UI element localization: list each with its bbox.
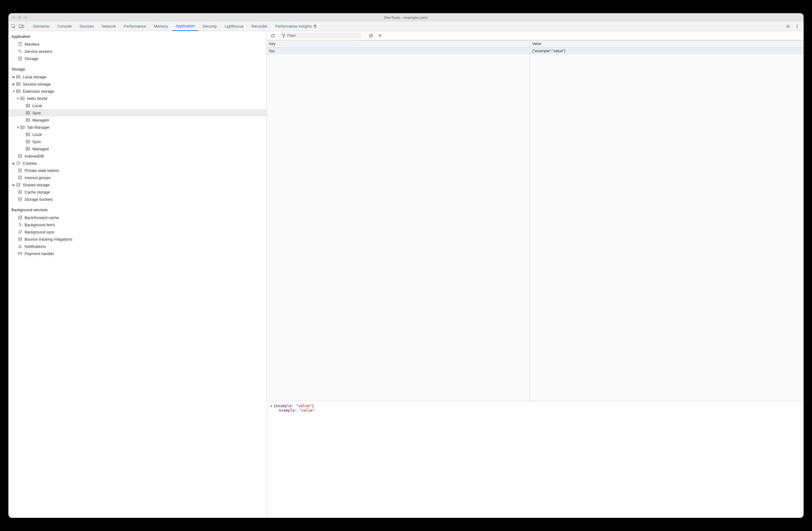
svg-rect-3 (23, 25, 24, 28)
main-panel: Key foo Value {"example":"value"} ▼{exam… (267, 31, 803, 518)
sidebar-item-label: Hello World (27, 96, 47, 101)
svg-point-66 (19, 237, 21, 238)
refresh-icon[interactable] (269, 32, 276, 39)
sidebar-item-label: Interest groups (25, 176, 51, 180)
column-header-value[interactable]: Value (530, 40, 803, 47)
tab-network[interactable]: Network (98, 21, 120, 31)
sidebar-item-session-storage[interactable]: ▶ Session storage (9, 80, 266, 88)
clear-all-icon[interactable] (367, 32, 375, 39)
sidebar-item-manifest[interactable]: Manifest (9, 41, 266, 48)
minimize-window-button[interactable] (18, 16, 21, 19)
sidebar-item-tm-local[interactable]: Local (9, 131, 266, 138)
svg-rect-39 (21, 126, 24, 129)
svg-point-4 (787, 26, 788, 27)
svg-point-58 (19, 163, 19, 163)
table-icon (25, 111, 31, 115)
tab-sources[interactable]: Sources (76, 21, 98, 31)
grid-empty-area[interactable] (267, 55, 529, 400)
tab-memory[interactable]: Memory (150, 21, 172, 31)
table-icon (16, 75, 21, 78)
chevron-right-icon: ▶ (12, 75, 16, 78)
column-header-key[interactable]: Key (267, 40, 529, 47)
svg-point-60 (19, 168, 21, 170)
tab-security[interactable]: Security (199, 21, 220, 31)
filter-input[interactable] (287, 33, 359, 38)
sidebar-item-label: Background fetch (25, 223, 55, 227)
delete-selected-icon[interactable] (376, 32, 383, 39)
svg-rect-23 (21, 97, 24, 100)
sidebar-item-storage[interactable]: Storage (9, 55, 266, 62)
sidebar-item-local-storage[interactable]: ▶ Local storage (9, 73, 266, 80)
table-icon (16, 82, 21, 86)
tab-performance[interactable]: Performance (120, 21, 149, 31)
bell-icon (17, 244, 23, 248)
settings-gear-icon[interactable] (784, 23, 792, 30)
sidebar-item-label: IndexedDB (25, 154, 44, 158)
cell-value[interactable]: {"example":"value"} (530, 47, 803, 55)
zoom-window-button[interactable] (24, 16, 28, 19)
sidebar-item-tab-manager[interactable]: ▼ Tab Manager (9, 123, 266, 131)
svg-rect-47 (26, 140, 30, 143)
sidebar-item-label: Managed (32, 118, 48, 122)
sidebar-item-label: Back/forward cache (25, 216, 59, 220)
sidebar-item-hw-sync[interactable]: Sync (9, 109, 266, 116)
sidebar-item-notifications[interactable]: Notifications (9, 243, 266, 250)
sidebar-item-label: Local (32, 103, 42, 108)
sidebar-item-service-workers[interactable]: Service workers (9, 48, 266, 55)
chevron-down-icon: ▼ (12, 90, 16, 93)
sidebar-item-extension-storage[interactable]: ▼ Extension storage (9, 88, 266, 95)
tab-elements[interactable]: Elements (30, 21, 53, 31)
storage-grid: Key foo Value {"example":"value"} (267, 40, 803, 401)
tab-performance-insights[interactable]: Performance insights ⚗ (272, 21, 320, 31)
inspect-element-icon[interactable] (10, 23, 17, 30)
table-icon (16, 89, 21, 93)
group-storage: Storage (9, 65, 266, 73)
sidebar-item-storage-buckets[interactable]: Storage buckets (9, 196, 266, 203)
sidebar-item-bfcache[interactable]: Back/forward cache (9, 214, 266, 221)
sidebar-item-label: Service workers (25, 49, 52, 54)
sync-icon (17, 230, 23, 234)
sidebar-item-bg-fetch[interactable]: Background fetch (9, 221, 266, 228)
transfer-icon (17, 223, 23, 227)
preview-property[interactable]: example: "value" (270, 408, 800, 413)
sidebar-item-label: Local storage (23, 75, 46, 79)
sidebar-item-hello-world[interactable]: ▼ Hello World (9, 95, 266, 102)
more-options-icon[interactable] (793, 23, 801, 30)
sidebar-item-interest-groups[interactable]: Interest groups (9, 174, 266, 181)
sidebar-item-hw-managed[interactable]: Managed (9, 116, 266, 123)
cell-key[interactable]: foo (267, 47, 529, 55)
database-icon (17, 154, 23, 158)
preview-summary[interactable]: ▼{example: "value"} (270, 403, 800, 408)
sidebar-item-shared-storage[interactable]: ▶ Shared storage (9, 181, 266, 188)
svg-point-59 (18, 163, 18, 164)
sidebar-item-cookies[interactable]: ▶ Cookies (9, 160, 266, 167)
group-background-services: Background services (9, 206, 266, 214)
svg-point-62 (17, 183, 20, 184)
tab-lighthouse[interactable]: Lighthouse (221, 21, 247, 31)
toolbar-divider (365, 33, 365, 39)
grid-empty-area[interactable] (530, 55, 803, 400)
chevron-right-icon: ▶ (12, 83, 16, 86)
close-window-button[interactable] (12, 16, 16, 19)
table-icon (20, 126, 25, 129)
sidebar-item-indexeddb[interactable]: IndexedDB (9, 152, 266, 160)
sidebar-item-payment[interactable]: Payment handler (9, 250, 266, 257)
sidebar-item-private-state-tokens[interactable]: Private state tokens (9, 167, 266, 174)
sidebar-item-label: Storage buckets (25, 197, 53, 202)
sidebar-item-cache-storage[interactable]: Cache storage (9, 188, 266, 196)
tab-console[interactable]: Console (54, 21, 75, 31)
database-icon (17, 216, 23, 220)
tab-recorder[interactable]: Recorder (248, 21, 271, 31)
sidebar-item-tm-sync[interactable]: Sync (9, 138, 266, 145)
svg-point-8 (19, 50, 20, 51)
sidebar-item-bg-sync[interactable]: Background sync (9, 228, 266, 236)
window-title: DevTools - example.com/ (9, 15, 803, 20)
device-toolbar-icon[interactable] (18, 23, 25, 30)
sidebar-item-hw-local[interactable]: Local (9, 102, 266, 109)
flask-icon: ⚗ (313, 24, 317, 29)
filter-input-container[interactable] (278, 32, 362, 39)
tab-application[interactable]: Application (172, 21, 199, 31)
sidebar-item-tm-managed[interactable]: Managed (9, 145, 266, 152)
svg-point-10 (19, 57, 21, 58)
sidebar-item-bounce[interactable]: Bounce tracking mitigations (9, 236, 266, 243)
